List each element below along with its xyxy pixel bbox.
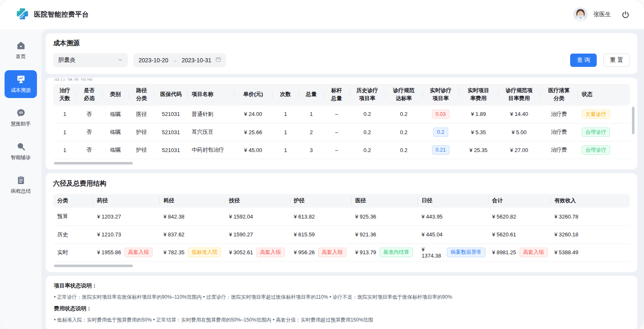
main-content: 成本溯源 胆囊炎 2023-10-20 → 2023-10-31 — [41, 29, 644, 329]
column-header: 总量 — [299, 84, 324, 106]
table-cell: ¥ 921.36 — [351, 226, 417, 243]
sidebar-item-ai-assistant[interactable]: 慧医助手 — [5, 104, 37, 132]
medical-cross-logo-icon — [16, 7, 29, 22]
status-badge: 低标准入院 — [188, 248, 222, 257]
cell-value: ¥ 3052.61 — [229, 249, 253, 255]
table-cell: ¥ 25.35 — [459, 141, 498, 159]
table-cell: ¥ 3260.78 — [550, 208, 630, 226]
table-cell: 0.2 — [385, 106, 422, 123]
table-cell: 合理诊疗 — [578, 141, 630, 159]
table-cell: 1 — [299, 106, 324, 123]
table-cell: ¥ 24.00 — [234, 106, 272, 123]
query-button[interactable]: 查 询 — [570, 54, 597, 67]
brand: 医院智能控费平台 — [16, 7, 89, 22]
magnifier-icon — [16, 141, 26, 151]
legend-panel: 项目率状态说明： • 正常诊疗：医院实时项目率在医保标杆项目率的90%–110%… — [46, 276, 637, 329]
app-window: 医院智能控费平台 张医生 首页成本溯源慧医助手智能辅诊病程总结 — [0, 0, 644, 329]
table-cell: 治疗费 — [540, 123, 578, 141]
table-cell: 0.2 — [422, 123, 459, 141]
status-badge: 高套入组 — [256, 248, 285, 257]
table-cell: 0.2 — [349, 141, 385, 159]
rate-legend-title: 项目率状态说明： — [54, 282, 629, 290]
sidebar-item-home[interactable]: 首页 — [5, 37, 37, 64]
detail-table: 治疗 天数是否 必选类别路径 分类医保代码项目名称单价(元)次数总量标杆 总量历… — [53, 84, 630, 159]
clipped-title: 治疗项目明细 — [54, 79, 630, 82]
reset-button[interactable]: 重 置 — [603, 54, 630, 67]
sidebar-item-label: 病程总结 — [11, 188, 31, 195]
table-cell: 0.2 — [349, 123, 385, 141]
sidebar-item-cost-trace[interactable]: 成本溯源 — [5, 70, 37, 98]
table-row: 1否临嘱护径521031耳穴压豆¥ 25.6612–0.20.20.2¥ 5.3… — [53, 123, 630, 141]
column-header: 有效收入 — [550, 194, 630, 208]
table-cell: 临嘱 — [102, 106, 129, 123]
table-cell: 0.03 — [422, 106, 459, 123]
table-cell: ¥ 956.26高套入组 — [290, 243, 351, 261]
date-range-picker[interactable]: 2023-10-20 → 2023-10-31 — [134, 53, 226, 67]
column-header: 是否 必选 — [76, 84, 102, 106]
column-header: 实时诊疗 项目率 — [422, 84, 459, 106]
table-cell: – — [324, 106, 349, 123]
table-cell: 中药封包治疗 — [188, 141, 234, 159]
table-cell: 0.2 — [385, 141, 422, 159]
clipboard-icon — [16, 175, 26, 185]
table-cell: ¥ 1590.27 — [225, 226, 290, 243]
table-cell: ¥ 8981.25高套入组 — [488, 243, 550, 261]
vertical-scrollbar[interactable] — [632, 107, 634, 134]
table-cell: – — [324, 123, 349, 141]
table-cell: ¥ 45.00 — [234, 141, 272, 159]
power-icon[interactable] — [619, 8, 632, 21]
table-cell: 1 — [53, 123, 76, 141]
horizontal-scrollbar[interactable] — [54, 162, 133, 164]
table-cell: ¥ 613.82 — [290, 208, 351, 226]
cell-value: ¥ 8981.25 — [492, 249, 516, 255]
user-avatar[interactable] — [573, 7, 588, 22]
table-cell: ¥ 5.35 — [459, 123, 498, 141]
column-header: 医保代码 — [154, 84, 188, 106]
table-cell: ¥ 3052.61高套入组 — [225, 243, 290, 261]
table-cell: ¥ 443.95 — [417, 208, 488, 226]
disease-select[interactable]: 胆囊炎 — [53, 53, 128, 67]
sidebar: 首页成本溯源慧医助手智能辅诊病程总结 — [0, 29, 41, 329]
chevron-down-icon — [118, 56, 123, 64]
column-header: 标杆 总量 — [324, 84, 349, 106]
sidebar-item-label: 智能辅诊 — [11, 154, 31, 161]
table-cell: 0.2 — [385, 123, 422, 141]
table-row: 历史¥ 1210.73¥ 837.62¥ 1590.27¥ 615.59¥ 92… — [53, 226, 630, 243]
date-end: 2023-10-31 — [182, 57, 212, 64]
column-header: 技径 — [225, 194, 290, 208]
sidebar-item-label: 成本溯源 — [11, 87, 31, 94]
table-cell: 1 — [53, 141, 76, 159]
table-cell: ¥ 842.38 — [159, 208, 225, 226]
table-cell: ¥ 3260.18 — [550, 226, 630, 243]
status-badge: 合理诊疗 — [582, 128, 610, 137]
table-cell: ¥ 615.59 — [290, 226, 351, 243]
table-cell: – — [324, 141, 349, 159]
sidebar-item-smart-diagnosis[interactable]: 智能辅诊 — [5, 137, 37, 165]
sidebar-item-label: 慧医助手 — [11, 120, 31, 128]
date-range-arrow: → — [173, 57, 178, 63]
status-badge: 0.2 — [433, 128, 448, 137]
status-badge: 0.03 — [432, 110, 449, 119]
table-cell: 临嘱 — [102, 123, 129, 141]
sidebar-item-label: 首页 — [16, 53, 26, 60]
structure-table: 分类药径耗径技径护径医径日径合计有效收入预算¥ 1203.27¥ 842.38¥… — [53, 194, 630, 261]
table-cell: ¥ 1203.27 — [93, 208, 159, 226]
rate-legend-text: • 正常诊疗：医院实时项目率在医保标杆项目率的90%–110%范围内 • 过度诊… — [54, 293, 629, 301]
horizontal-scrollbar[interactable] — [54, 265, 133, 267]
table-cell: ¥ 5620.61 — [488, 226, 550, 243]
table-cell: 1 — [53, 106, 76, 123]
column-header: 日径 — [417, 194, 488, 208]
table-cell: 医径 — [129, 106, 154, 123]
cell-value: ¥ 913.79 — [355, 249, 376, 255]
table-cell: ¥ 925.36 — [351, 208, 417, 226]
column-header: 实时项目 率费用 — [459, 84, 498, 106]
status-badge: 0.21 — [432, 145, 449, 155]
column-header: 合计 — [488, 194, 550, 208]
table-cell: 521031 — [154, 106, 188, 123]
column-header: 状态 — [578, 84, 630, 106]
sidebar-item-course-summary[interactable]: 病程总结 — [5, 171, 37, 199]
table-cell: ¥ 445.04 — [417, 226, 488, 243]
status-badge: 基准内结算 — [380, 248, 413, 257]
table-cell: 521031 — [154, 123, 188, 141]
table-cell: 否 — [76, 141, 102, 159]
